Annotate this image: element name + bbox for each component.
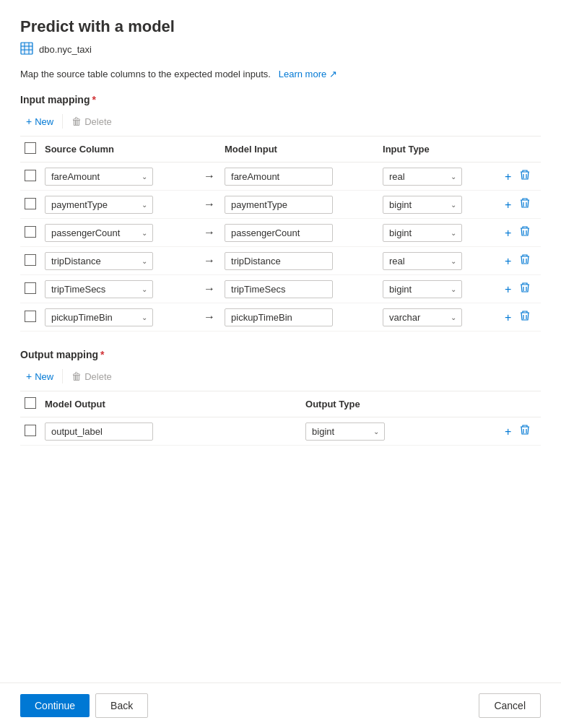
- input-mapping-row: tripDistance ⌄ → realbigintvarcharintflo…: [20, 247, 541, 275]
- model-input-field-2[interactable]: [225, 224, 333, 242]
- input-row-checkbox-5[interactable]: [25, 311, 36, 322]
- input-row-checkbox-0[interactable]: [25, 170, 36, 181]
- learn-more-link[interactable]: Learn more ↗: [276, 69, 337, 79]
- input-mapping-toolbar: + New 🗑 Delete: [20, 113, 541, 136]
- delete-input-row-button-2[interactable]: [517, 222, 533, 240]
- delete-input-row-button-4[interactable]: [517, 279, 533, 296]
- page-title: Predict with a model: [20, 17, 541, 36]
- trash-icon: 🗑: [71, 116, 82, 127]
- model-input-field-5[interactable]: [225, 308, 333, 326]
- model-output-field-0[interactable]: [45, 422, 153, 441]
- plus-icon-output: +: [26, 370, 32, 382]
- input-new-button[interactable]: + New: [20, 113, 59, 130]
- delete-output-row-button-0[interactable]: [517, 421, 533, 438]
- input-select-all-checkbox[interactable]: [25, 142, 36, 154]
- input-type-select-0[interactable]: realbigintvarcharintfloatnvarcharbit: [383, 168, 462, 186]
- input-row-checkbox-2[interactable]: [25, 226, 36, 238]
- input-type-select-1[interactable]: realbigintvarcharintfloatnvarcharbit: [383, 196, 462, 214]
- add-output-row-button-0[interactable]: +: [502, 422, 514, 441]
- input-select-all-header: [20, 136, 40, 162]
- input-mapping-row: tripTimeSecs ⌄ → realbigintvarcharintflo…: [20, 275, 541, 303]
- input-row-checkbox-4[interactable]: [25, 282, 36, 294]
- add-input-row-button-2[interactable]: +: [502, 224, 514, 243]
- source-column-header: Source Column: [40, 136, 199, 162]
- input-mapping-row: fareAmount ⌄ → realbigintvarcharintfloat…: [20, 162, 541, 191]
- add-input-row-button-4[interactable]: +: [502, 280, 514, 299]
- output-select-all-header: [20, 391, 40, 417]
- description-text: Map the source table columns to the expe…: [20, 69, 541, 79]
- input-type-header: Input Type: [378, 136, 497, 162]
- input-type-select-2[interactable]: realbigintvarcharintfloatnvarcharbit: [383, 224, 462, 242]
- input-mapping-row: paymentType ⌄ → realbigintvarcharintfloa…: [20, 191, 541, 219]
- output-toolbar-divider: [62, 369, 63, 384]
- table-source-label: dbo.nyc_taxi: [39, 44, 92, 55]
- model-input-field-3[interactable]: [225, 252, 333, 270]
- output-type-header: Output Type: [301, 391, 497, 417]
- cancel-button[interactable]: Cancel: [479, 693, 541, 718]
- input-mapping-row: pickupTimeBin ⌄ → realbigintvarcharintfl…: [20, 303, 541, 332]
- input-mapping-section: Input mapping* + New 🗑 Delete Source Col…: [20, 94, 541, 332]
- model-input-field-1[interactable]: [225, 196, 333, 214]
- delete-input-row-button-0[interactable]: [517, 166, 533, 183]
- source-column-select-3[interactable]: tripDistance: [45, 252, 153, 270]
- output-mapping-title: Output mapping*: [20, 349, 541, 360]
- input-mapping-title: Input mapping*: [20, 94, 541, 105]
- output-delete-button[interactable]: 🗑 Delete: [66, 368, 118, 385]
- add-input-row-button-5[interactable]: +: [502, 308, 514, 327]
- output-mapping-toolbar: + New 🗑 Delete: [20, 368, 541, 391]
- input-row-checkbox-1[interactable]: [25, 198, 36, 209]
- arrow-icon-5: →: [199, 303, 220, 332]
- model-input-header: Model Input: [220, 136, 378, 162]
- source-column-select-1[interactable]: paymentType: [45, 196, 153, 214]
- input-row-checkbox-3[interactable]: [25, 254, 36, 266]
- source-column-select-5[interactable]: pickupTimeBin: [45, 308, 153, 326]
- output-type-select-0[interactable]: bigintrealvarcharintfloatnvarcharbit: [305, 422, 385, 441]
- output-select-all-checkbox[interactable]: [25, 397, 36, 409]
- add-input-row-button-3[interactable]: +: [502, 252, 514, 271]
- arrow-icon-3: →: [199, 247, 220, 275]
- delete-input-row-button-3[interactable]: [517, 251, 533, 268]
- input-mapping-table: Source Column Model Input Input Type far…: [20, 136, 541, 332]
- svg-rect-0: [21, 43, 32, 54]
- input-type-select-3[interactable]: realbigintvarcharintfloatnvarcharbit: [383, 252, 462, 270]
- source-column-select-4[interactable]: tripTimeSecs: [45, 280, 153, 298]
- input-type-select-5[interactable]: realbigintvarcharintfloatnvarcharbit: [383, 308, 462, 326]
- main-container: Predict with a model dbo.nyc_taxi Map th…: [0, 0, 561, 682]
- output-new-button[interactable]: + New: [20, 368, 59, 385]
- plus-icon: +: [26, 116, 32, 127]
- arrow-icon-1: →: [199, 191, 220, 219]
- output-row-checkbox-0[interactable]: [25, 425, 36, 436]
- model-output-header: Model Output: [40, 391, 301, 417]
- input-type-select-4[interactable]: realbigintvarcharintfloatnvarcharbit: [383, 280, 462, 298]
- trash-icon-output: 🗑: [71, 370, 82, 382]
- output-mapping-table: Model Output Output Type bigintrealvarch…: [20, 391, 541, 446]
- model-input-field-0[interactable]: [225, 168, 333, 186]
- arrow-icon-2: →: [199, 219, 220, 247]
- table-source-row: dbo.nyc_taxi: [20, 42, 541, 57]
- delete-input-row-button-1[interactable]: [517, 194, 533, 212]
- arrow-icon-4: →: [199, 275, 220, 303]
- output-mapping-row: bigintrealvarcharintfloatnvarcharbit ⌄ +: [20, 417, 541, 446]
- source-column-select-0[interactable]: fareAmount: [45, 168, 153, 186]
- footer: Continue Back Cancel: [0, 682, 561, 728]
- input-mapping-row: passengerCount ⌄ → realbigintvarcharintf…: [20, 219, 541, 247]
- source-column-select-2[interactable]: passengerCount: [45, 224, 153, 242]
- toolbar-divider: [62, 114, 63, 129]
- output-mapping-section: Output mapping* + New 🗑 Delete Model Out…: [20, 349, 541, 446]
- add-input-row-button-0[interactable]: +: [502, 168, 514, 186]
- continue-button[interactable]: Continue: [20, 694, 90, 717]
- table-icon: [20, 42, 33, 57]
- input-delete-button[interactable]: 🗑 Delete: [66, 113, 118, 130]
- arrow-icon-0: →: [199, 162, 220, 191]
- add-input-row-button-1[interactable]: +: [502, 196, 514, 214]
- delete-input-row-button-5[interactable]: [517, 307, 533, 324]
- model-input-field-4[interactable]: [225, 280, 333, 298]
- back-button[interactable]: Back: [95, 693, 148, 718]
